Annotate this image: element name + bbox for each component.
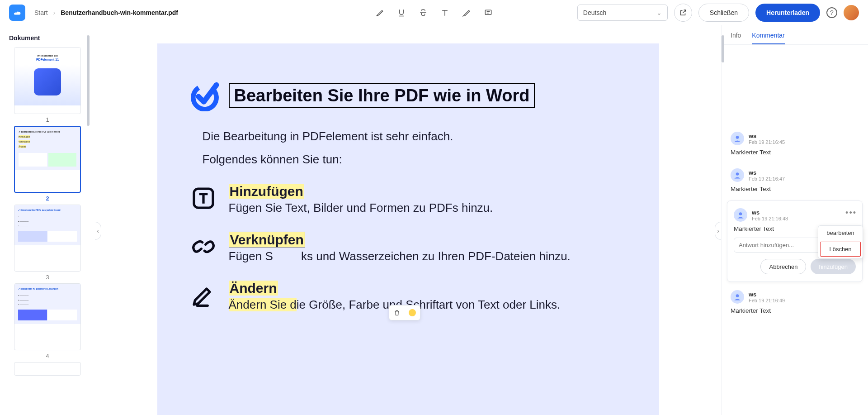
- svg-point-10: [736, 294, 739, 297]
- menu-delete[interactable]: Löschen: [820, 242, 861, 257]
- comment-user: ws: [752, 209, 788, 216]
- item-title-change[interactable]: Ändern: [229, 281, 278, 296]
- chevron-down-icon: ⌄: [656, 9, 662, 16]
- tab-info[interactable]: Info: [731, 32, 741, 44]
- close-button[interactable]: Schließen: [698, 4, 749, 22]
- comment-item[interactable]: ws Feb 19 21:16:49 Markierter Text: [726, 284, 863, 320]
- comment-time: Feb 19 21:16:45: [749, 139, 785, 145]
- page-thumbnail-1[interactable]: Willkommen bei PDFelement 11: [14, 47, 81, 114]
- page-thumbnail-2[interactable]: ✔ Bearbeiten Sie Ihre PDF wie in Word Hi…: [14, 126, 81, 193]
- text-icon[interactable]: [440, 8, 449, 17]
- thumb-number: 4: [46, 353, 49, 359]
- comment-avatar: [731, 132, 744, 145]
- highlighter-icon[interactable]: [375, 8, 384, 17]
- svg-rect-0: [485, 10, 491, 14]
- tab-comment[interactable]: Kommentar: [752, 32, 784, 44]
- page-thumbnail-4[interactable]: ✔ Bildschirm KI-generierte Lösungen ▪ ——…: [14, 283, 81, 350]
- comment-text: Markierter Text: [731, 307, 859, 314]
- comment-item[interactable]: ws Feb 19 21:16:45 Markierter Text: [726, 125, 863, 162]
- checkmark-circle-icon: [189, 80, 221, 111]
- avatar[interactable]: [844, 5, 859, 20]
- comment-user: ws: [749, 291, 785, 298]
- annotation-toolbar: [389, 305, 420, 320]
- comment-user: ws: [749, 169, 785, 176]
- app-logo[interactable]: [9, 5, 25, 21]
- comment-time: Feb 19 21:16:49: [749, 298, 785, 303]
- comment-avatar: [734, 208, 747, 222]
- comment-user: ws: [749, 133, 785, 139]
- more-options-icon[interactable]: •••: [845, 208, 857, 218]
- cancel-button[interactable]: Abbrechen: [760, 259, 806, 274]
- language-select[interactable]: Deutsch ⌄: [577, 5, 668, 21]
- edit-icon: [191, 282, 216, 308]
- page-title[interactable]: Bearbeiten Sie Ihre PDF wie in Word: [229, 83, 535, 108]
- sidebar-title: Dokument: [9, 34, 90, 42]
- collapse-rightpanel-handle[interactable]: ›: [715, 222, 721, 240]
- page-thumbnail-5[interactable]: [14, 362, 81, 376]
- language-value: Deutsch: [583, 9, 606, 16]
- download-button[interactable]: Herunterladen: [755, 4, 820, 22]
- comment-time: Feb 19 21:16:47: [749, 176, 785, 181]
- breadcrumb-start[interactable]: Start: [34, 9, 48, 16]
- menu-edit[interactable]: bearbeiten: [818, 226, 863, 240]
- share-button[interactable]: [674, 4, 692, 22]
- comment-text: Markierter Text: [731, 149, 859, 156]
- item-desc-link: Fügen Sie Links und Wasserzeichen zu Ihr…: [229, 249, 571, 263]
- svg-point-6: [736, 172, 739, 176]
- svg-point-4: [736, 136, 739, 139]
- intro-line-1: Die Bearbeitung in PDFelement ist sehr e…: [203, 129, 627, 143]
- breadcrumb-filename: Benutzerhandbuch-win-kommentar.pdf: [61, 9, 178, 16]
- comment-time: Feb 19 21:16:48: [752, 216, 788, 221]
- thumbnail-scrollbar[interactable]: [87, 35, 90, 126]
- pen-icon[interactable]: [462, 8, 471, 17]
- comment-item-active[interactable]: ws Feb 19 21:16:48 ••• Markierter Text A…: [727, 200, 863, 282]
- item-title-add[interactable]: Hinzufügen: [229, 184, 304, 199]
- thumb-number: 2: [46, 196, 49, 202]
- page-thumbnail-3[interactable]: ✔ Erweitern Sie PDFs aus jedem Grund ▪ —…: [14, 205, 81, 272]
- chevron-right-icon: ›: [53, 9, 56, 16]
- help-icon[interactable]: ?: [826, 7, 837, 18]
- comment-avatar: [731, 168, 744, 182]
- comment-item[interactable]: ws Feb 19 21:16:47 Markierter Text: [726, 162, 863, 199]
- intro-line-2: Folgendes können Sie tun:: [203, 153, 627, 167]
- breadcrumb: Start › Benutzerhandbuch-win-kommentar.p…: [34, 9, 178, 16]
- link-icon: [191, 234, 216, 259]
- item-desc-add: Fügen Sie Text, Bilder und Formen zu PDF…: [229, 201, 493, 215]
- svg-point-8: [739, 212, 742, 215]
- item-title-link[interactable]: Verknüpfen: [229, 232, 305, 248]
- thumb-number: 3: [46, 274, 49, 281]
- trash-icon[interactable]: [393, 309, 401, 316]
- add-reply-button[interactable]: hinzufügen: [811, 259, 856, 274]
- underline-icon[interactable]: [397, 8, 406, 17]
- text-box-icon: [191, 186, 216, 211]
- comment-avatar: [731, 290, 744, 304]
- comment-text: Markierter Text: [731, 186, 859, 192]
- highlight-color-swatch[interactable]: [409, 309, 416, 316]
- pdf-page: Bearbeiten Sie Ihre PDF wie in Word Die …: [157, 43, 659, 415]
- comment-icon[interactable]: [484, 8, 493, 17]
- strikethrough-icon[interactable]: [419, 8, 428, 17]
- thumb-number: 1: [46, 117, 49, 123]
- doc-scrollbar[interactable]: [722, 35, 724, 62]
- comment-context-menu: bearbeiten Löschen: [818, 225, 863, 259]
